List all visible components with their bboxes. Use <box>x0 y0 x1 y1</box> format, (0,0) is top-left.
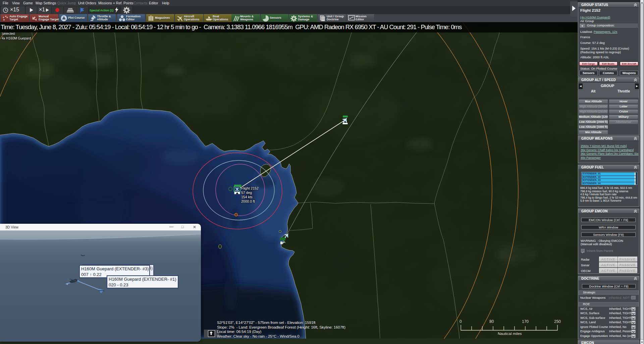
svg-text:154 kts: 154 kts <box>241 195 253 199</box>
svg-text:250: 250 <box>554 319 561 324</box>
svg-text:2000.0 ft: 2000.0 ft <box>241 199 255 203</box>
svg-text:80: 80 <box>489 319 494 324</box>
svg-text:4x H160M Guepard: 4x H160M Guepard <box>2 37 31 40</box>
svg-text:0: 0 <box>460 319 462 324</box>
svg-text:57 deg: 57 deg <box>241 191 252 195</box>
svg-text:Flight 2152: Flight 2152 <box>241 186 259 190</box>
svg-text:Nautical miles: Nautical miles <box>498 332 522 336</box>
svg-text:170: 170 <box>522 319 529 324</box>
